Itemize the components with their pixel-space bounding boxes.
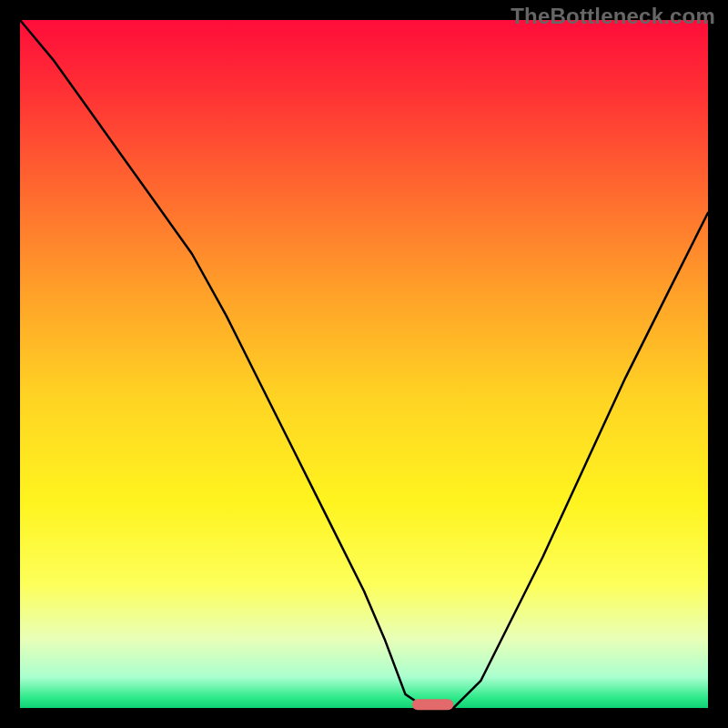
- watermark-text: TheBottleneck.com: [511, 4, 715, 29]
- plot-background: [20, 20, 708, 708]
- bottleneck-chart: [0, 0, 728, 728]
- optimal-marker: [412, 699, 453, 710]
